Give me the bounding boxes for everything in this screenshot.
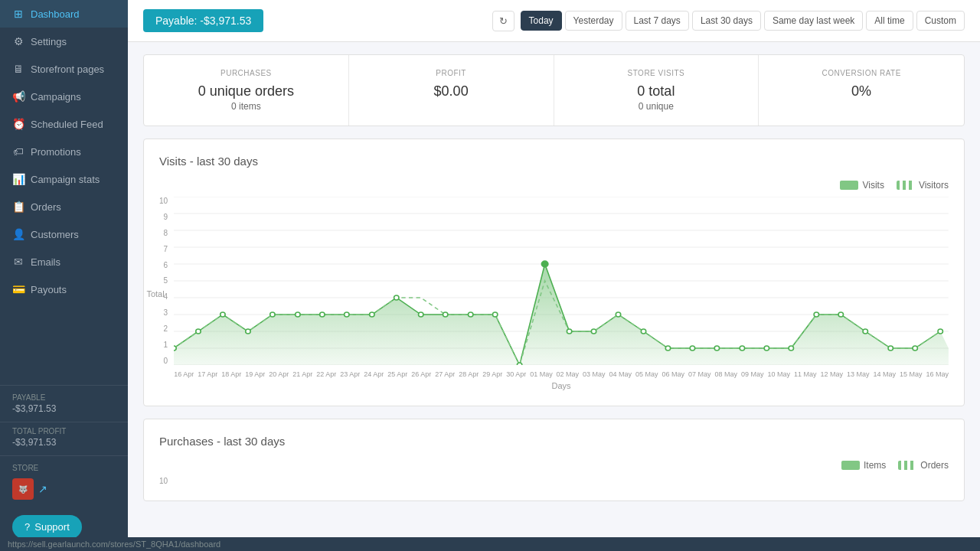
sidebar-item-label: Campaigns [31, 91, 81, 103]
visits-legend-visits: Visits [840, 180, 884, 191]
stat-store-visits: STORE VISITS 0 total 0 unique [554, 55, 760, 126]
stat-purchases-main: 0 unique orders [159, 83, 333, 99]
storefront-icon: 🖥 [12, 63, 24, 75]
time-filter-yesterday[interactable]: Yesterday [565, 11, 622, 31]
emails-icon: ✉ [12, 256, 24, 268]
campaigns-icon: 📢 [12, 90, 24, 103]
purchases-y-axis-10: 10 [159, 477, 168, 485]
time-filter-today[interactable]: Today [521, 11, 562, 31]
main-content: Payable: -$3,971.53 ↻ Today Yesterday La… [128, 0, 980, 551]
time-filter-alltime[interactable]: All time [866, 11, 913, 31]
y-axis-label: Total [147, 289, 165, 298]
sidebar-item-label: Dashboard [31, 8, 80, 20]
y-axis-3: 3 [159, 308, 168, 317]
svg-point-29 [591, 329, 596, 334]
time-filter-custom[interactable]: Custom [916, 11, 965, 31]
sidebar-item-payouts[interactable]: 💳 Payouts [0, 276, 128, 303]
svg-point-13 [196, 329, 201, 334]
sidebar-item-settings[interactable]: ⚙ Settings [0, 28, 128, 55]
sidebar-item-customers[interactable]: 👤 Customers [0, 220, 128, 248]
svg-point-25 [493, 312, 498, 317]
svg-point-35 [740, 346, 744, 350]
stat-profit-label: PROFIT [364, 69, 538, 77]
campaign-stats-icon: 📊 [12, 173, 24, 185]
dashboard-icon: ⊞ [12, 8, 24, 20]
svg-point-41 [888, 346, 893, 350]
y-axis-5: 5 [159, 276, 168, 285]
time-filter-last30[interactable]: Last 30 days [692, 11, 761, 31]
stat-store-visits-label: STORE VISITS [570, 69, 743, 77]
sidebar-item-emails[interactable]: ✉ Emails [0, 248, 128, 276]
y-axis-1: 1 [159, 341, 168, 349]
svg-point-36 [764, 346, 769, 350]
svg-point-34 [714, 346, 719, 350]
bottom-bar: https://sell.gearlaunch.com/stores/ST_8Q… [0, 537, 980, 551]
svg-point-15 [246, 329, 250, 334]
settings-icon: ⚙ [12, 35, 24, 47]
y-axis-7: 7 [159, 245, 168, 253]
svg-point-14 [220, 312, 225, 317]
store-logo: 🐺 ↗ [12, 478, 116, 500]
svg-point-39 [838, 312, 843, 317]
visits-legend-visitors: Visitors [897, 180, 949, 191]
sidebar-item-label: Campaign stats [31, 174, 100, 185]
sidebar-item-orders[interactable]: 📋 Orders [0, 193, 128, 220]
purchases-legend-orders: Orders [898, 460, 949, 471]
sidebar-item-label: Settings [31, 36, 67, 47]
stat-store-visits-main: 0 total [570, 83, 743, 99]
bottom-bar-url: https://sell.gearlaunch.com/stores/ST_8Q… [8, 540, 220, 549]
sidebar: ⊞ Dashboard ⚙ Settings 🖥 Storefront page… [0, 0, 128, 551]
sidebar-item-storefront[interactable]: 🖥 Storefront pages [0, 55, 128, 83]
svg-point-17 [296, 312, 300, 317]
time-filter-same-day[interactable]: Same day last week [764, 11, 863, 31]
sidebar-item-label: Emails [31, 256, 60, 268]
purchases-legend-solid [841, 461, 860, 470]
sidebar-item-campaigns[interactable]: 📢 Campaigns [0, 83, 128, 110]
visits-chart-title: Visits - last 30 days [159, 155, 949, 168]
sidebar-item-dashboard[interactable]: ⊞ Dashboard [0, 0, 128, 28]
refresh-button[interactable]: ↻ [492, 11, 514, 31]
purchases-chart-legend: Items Orders [159, 460, 949, 471]
svg-point-28 [567, 329, 572, 334]
svg-point-32 [665, 346, 670, 350]
svg-point-31 [641, 329, 645, 334]
purchases-chart-section: Purchases - last 30 days Items Orders 10 [143, 419, 965, 501]
svg-point-24 [469, 312, 473, 317]
payable-badge: Payable: -$3,971.53 [143, 9, 263, 32]
store-external-link[interactable]: ↗ [38, 483, 47, 495]
visits-chart-section: Visits - last 30 days Visits Visitors 10… [143, 139, 965, 406]
purchases-legend-items: Items [841, 460, 886, 471]
stat-conversion-rate-label: CONVERSION RATE [774, 69, 949, 77]
support-icon: ? [24, 521, 30, 533]
sidebar-item-promotions[interactable]: 🏷 Promotions [0, 138, 128, 165]
sidebar-item-scheduled-feed[interactable]: ⏰ Scheduled Feed [0, 110, 128, 138]
svg-point-19 [345, 312, 349, 317]
svg-point-21 [394, 295, 399, 300]
stat-profit: PROFIT $0.00 [349, 55, 554, 126]
sidebar-item-campaign-stats[interactable]: 📊 Campaign stats [0, 165, 128, 193]
total-profit-value: -$3,971.53 [12, 437, 116, 448]
visits-legend-visits-label: Visits [862, 180, 884, 191]
promotions-icon: 🏷 [12, 145, 24, 158]
svg-point-18 [320, 312, 325, 317]
svg-point-16 [270, 312, 275, 317]
visits-chart-legend: Visits Visitors [159, 180, 949, 191]
visits-legend-visitors-label: Visitors [919, 180, 949, 191]
stat-purchases: PURCHASES 0 unique orders 0 items [144, 55, 349, 126]
y-axis-9: 9 [159, 213, 168, 221]
store-thumbnail: 🐺 [12, 478, 34, 500]
purchases-chart-title: Purchases - last 30 days [159, 435, 949, 448]
y-axis-0: 0 [159, 357, 168, 365]
purchases-legend-dashed [898, 461, 916, 470]
svg-point-22 [419, 312, 423, 317]
support-button[interactable]: ? Support [12, 515, 82, 539]
sidebar-item-label: Orders [31, 201, 61, 213]
time-filters: ↻ Today Yesterday Last 7 days Last 30 da… [492, 11, 965, 31]
payouts-icon: 💳 [12, 283, 24, 295]
svg-point-40 [863, 329, 867, 334]
stat-purchases-sub: 0 items [159, 101, 333, 112]
stat-conversion-rate: CONVERSION RATE 0% [759, 55, 964, 126]
svg-point-30 [616, 312, 620, 317]
stat-purchases-label: PURCHASES [159, 69, 333, 77]
time-filter-last7[interactable]: Last 7 days [626, 11, 689, 31]
